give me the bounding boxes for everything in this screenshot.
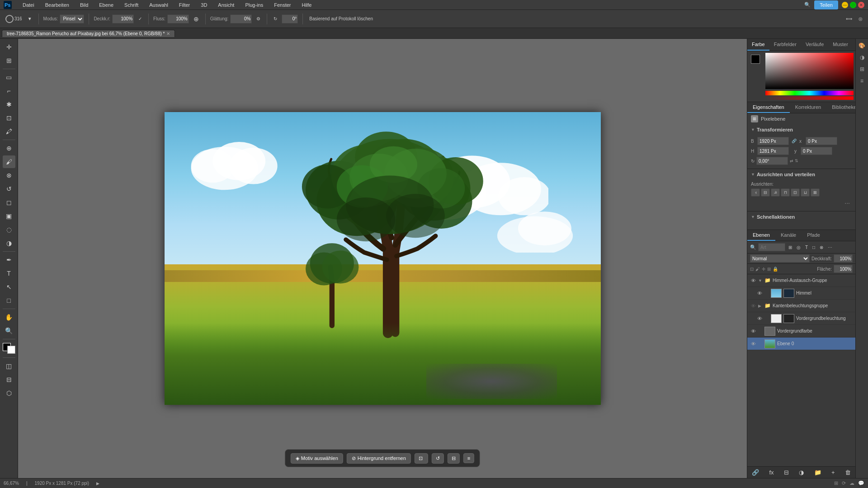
align-center-h[interactable]: ⊟ [761, 188, 770, 197]
more-options-btn[interactable]: ⊡ [415, 453, 428, 464]
tab-kanaele[interactable]: Kanäle [775, 230, 802, 241]
menu-schrift[interactable]: Schrift [123, 1, 140, 9]
layer-adjustment-btn[interactable]: ◑ [797, 468, 806, 477]
layer-expand-himmel-gruppe[interactable]: ▼ [758, 278, 763, 283]
symmetry-btn[interactable]: ⟺ [844, 15, 854, 22]
x-input[interactable] [806, 137, 837, 145]
tab-farbe[interactable]: Farbe [747, 39, 769, 51]
airbrush-btn[interactable]: ⊕ [192, 14, 201, 23]
tab-ebenen[interactable]: Ebenen [747, 230, 775, 241]
transformieren-header[interactable]: ▼ Transformieren [747, 124, 855, 135]
angle-btn[interactable]: ↻ [272, 15, 279, 22]
align-dist-h[interactable]: ⊠ [811, 188, 820, 197]
3d-material-tool[interactable]: ⬡ [3, 387, 15, 399]
canvas-rotate-btn[interactable]: ↺ [432, 453, 444, 464]
right-icon-properties[interactable]: ⊞ [857, 64, 867, 74]
hand-tool[interactable]: ✋ [3, 311, 15, 324]
align-center-v[interactable]: ⊡ [791, 188, 800, 197]
menu-ansicht[interactable]: Ansicht [216, 1, 236, 9]
height-input[interactable] [757, 147, 789, 155]
color-gradient-picker[interactable] [765, 53, 854, 89]
align-more-btn[interactable]: ··· [844, 199, 850, 206]
blend-mode-select[interactable]: Normal Multiplizieren Abdunkeln [750, 254, 810, 263]
y-input[interactable] [801, 147, 832, 155]
layer-filter-shape[interactable]: □ [811, 244, 816, 250]
canvas-image[interactable] [165, 112, 601, 405]
brush-menu-button[interactable]: ▼ [26, 15, 34, 22]
search-icon[interactable]: 🔍 [804, 2, 811, 8]
angle-input[interactable] [282, 14, 298, 23]
right-icon-adjustment[interactable]: ◑ [857, 52, 867, 62]
layer-ebene-0[interactable]: 👁 Ebene 0 [747, 338, 855, 350]
tab-muster[interactable]: Muster [828, 39, 853, 51]
opacity-input[interactable] [112, 14, 134, 23]
layer-filter-smart[interactable]: ⊗ [818, 244, 825, 250]
teilen-button[interactable]: Teilen [814, 0, 838, 9]
layer-kantenbeleuchtung-gruppe[interactable]: 👁 ▶ 📁 Kantenbeleuchtungsgruppe [747, 300, 855, 312]
menu-3d[interactable]: 3D [199, 1, 209, 9]
menu-ebene[interactable]: Ebene [97, 1, 115, 9]
tab-korrekturen[interactable]: Korrekturen [790, 102, 826, 113]
opacity-toggle-btn[interactable]: ✓ [137, 15, 144, 22]
lock-all-icon[interactable]: 🔒 [773, 267, 778, 272]
layer-eye-vordergrundfarbe[interactable]: 👁 [750, 328, 756, 334]
active-color-swatch[interactable] [751, 55, 760, 64]
layer-vordergrundbeleuchtung[interactable]: 👁 Vordergrundbeleuchtung [747, 312, 855, 325]
path-select-tool[interactable]: ↖ [3, 281, 15, 293]
color-hue-slider[interactable] [765, 91, 854, 95]
eraser-tool[interactable]: ◻ [3, 196, 15, 209]
pen-tool[interactable]: ✒ [3, 253, 15, 266]
layer-himmel[interactable]: 👁 Himmel [747, 287, 855, 300]
layer-eye-himmel-gruppe[interactable]: 👁 [750, 278, 756, 283]
move-tool[interactable]: ✛ [3, 41, 15, 53]
lock-artboard-icon[interactable]: ⊞ [767, 267, 771, 272]
width-input[interactable] [757, 137, 789, 145]
schnellaktionen-header[interactable]: ▼ Schnellaktionen [747, 211, 855, 222]
layer-mask-btn[interactable]: ⊟ [782, 468, 791, 477]
tab-pfade[interactable]: Pfade [802, 230, 826, 241]
brush-tool[interactable]: 🖌 [3, 155, 15, 168]
align-right[interactable]: ⫡ [771, 188, 780, 197]
layer-eye-vordergrundbel[interactable]: 👁 [756, 316, 763, 321]
layer-opacity-input[interactable] [834, 254, 853, 263]
link-icon[interactable]: 🔗 [792, 139, 797, 143]
marquee-tool[interactable]: ▭ [3, 71, 15, 84]
quick-select-tool[interactable]: ✱ [3, 98, 15, 111]
layer-expand-kanten[interactable]: ▶ [758, 304, 763, 308]
angle-transform-input[interactable] [756, 157, 788, 165]
artboard-tool[interactable]: ⊞ [3, 54, 15, 67]
color-alpha-slider[interactable] [765, 96, 854, 100]
pressure-btn[interactable]: ◎ [857, 15, 864, 22]
blur-tool[interactable]: ◌ [3, 223, 15, 236]
right-icon-color[interactable]: 🎨 [857, 41, 867, 51]
history-brush-tool[interactable]: ↺ [3, 183, 15, 195]
layer-filter-kind[interactable]: ⊞ [787, 244, 793, 250]
tab-verlaeufe[interactable]: Verläufe [801, 39, 828, 51]
select-subject-button[interactable]: ◈ Motiv auswählen [291, 453, 343, 464]
tool-extra-btn[interactable]: ⊟ [448, 453, 460, 464]
fill-input[interactable] [834, 265, 853, 273]
brush-preset-button[interactable]: 316 [4, 14, 24, 24]
menu-bearbeiten[interactable]: Bearbeiten [43, 1, 71, 9]
shape-tool[interactable]: □ [3, 294, 15, 307]
layer-new-btn[interactable]: + [830, 468, 837, 477]
layer-eye-kanten-gruppe[interactable]: 👁 [750, 303, 756, 309]
tab-eigenschaften[interactable]: Eigenschaften [747, 102, 790, 113]
quick-mask-tool[interactable]: ◫ [3, 360, 15, 372]
clone-tool[interactable]: ⊗ [3, 169, 15, 182]
layer-group-btn[interactable]: 📁 [812, 468, 823, 477]
menu-auswahl[interactable]: Auswahl [147, 1, 170, 9]
layer-vordergrundfarbe[interactable]: 👁 Vordergrundfarbe [747, 325, 855, 338]
menu-fenster[interactable]: Fenster [272, 1, 292, 9]
layer-eye-himmel[interactable]: 👁 [756, 291, 763, 296]
menu-hilfe[interactable]: Hilfe [300, 1, 313, 9]
lasso-tool[interactable]: ⌐ [3, 84, 15, 97]
menu-bild[interactable]: Bild [78, 1, 90, 9]
layer-fx-btn[interactable]: fx [767, 468, 775, 477]
minimize-button[interactable]: — [842, 2, 848, 8]
lock-position-icon[interactable]: ✛ [762, 267, 765, 272]
align-bottom[interactable]: ⊔ [801, 188, 810, 197]
doc-tab-active[interactable]: tree-7186835_Ramon Perucho auf Pixabay.j… [2, 30, 175, 37]
layer-filter-type[interactable]: T [804, 244, 809, 250]
frame-tool[interactable]: ⊟ [3, 373, 15, 386]
